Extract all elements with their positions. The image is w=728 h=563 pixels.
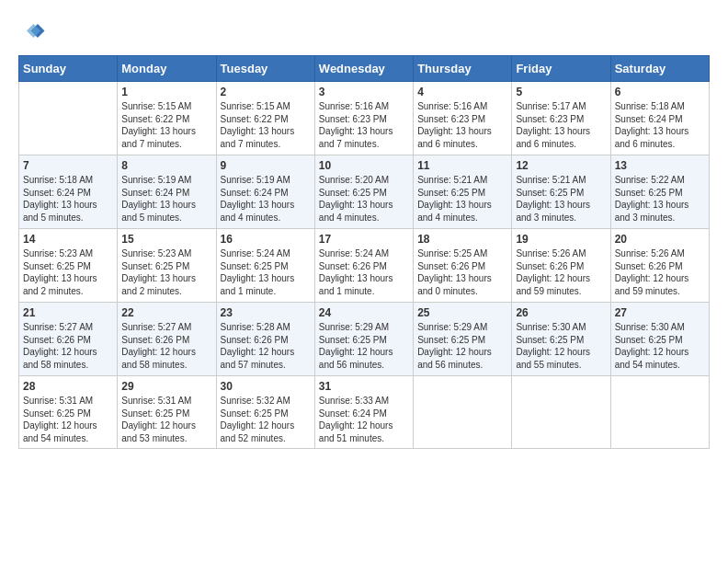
- cell-content: Sunrise: 5:22 AM Sunset: 6:25 PM Dayligh…: [615, 174, 705, 224]
- cell-content: Sunrise: 5:15 AM Sunset: 6:22 PM Dayligh…: [121, 100, 211, 150]
- day-number: 24: [319, 306, 409, 319]
- calendar-cell: 14Sunrise: 5:23 AM Sunset: 6:25 PM Dayli…: [19, 229, 118, 303]
- cell-content: Sunrise: 5:29 AM Sunset: 6:25 PM Dayligh…: [319, 321, 409, 371]
- calendar-cell: 8Sunrise: 5:19 AM Sunset: 6:24 PM Daylig…: [118, 155, 216, 229]
- day-number: 5: [516, 86, 606, 98]
- cell-content: Sunrise: 5:30 AM Sunset: 6:25 PM Dayligh…: [516, 321, 606, 371]
- day-header-saturday: Saturday: [610, 56, 709, 82]
- day-number: 3: [319, 86, 409, 98]
- calendar-cell: 28Sunrise: 5:31 AM Sunset: 6:25 PM Dayli…: [19, 376, 118, 449]
- cell-content: Sunrise: 5:15 AM Sunset: 6:22 PM Dayligh…: [221, 100, 311, 150]
- day-number: 28: [23, 380, 113, 393]
- calendar-cell: 5Sunrise: 5:17 AM Sunset: 6:23 PM Daylig…: [512, 82, 610, 155]
- cell-content: Sunrise: 5:18 AM Sunset: 6:24 PM Dayligh…: [23, 174, 113, 224]
- cell-content: Sunrise: 5:23 AM Sunset: 6:25 PM Dayligh…: [23, 247, 113, 297]
- day-number: 2: [221, 86, 311, 98]
- calendar-cell: 20Sunrise: 5:26 AM Sunset: 6:26 PM Dayli…: [610, 229, 709, 303]
- calendar-cell: 6Sunrise: 5:18 AM Sunset: 6:24 PM Daylig…: [610, 82, 709, 155]
- cell-content: Sunrise: 5:19 AM Sunset: 6:24 PM Dayligh…: [221, 174, 311, 224]
- day-number: 8: [121, 159, 211, 172]
- day-number: 27: [615, 306, 705, 319]
- cell-content: Sunrise: 5:33 AM Sunset: 6:24 PM Dayligh…: [319, 395, 409, 444]
- day-number: 4: [417, 86, 507, 98]
- calendar-cell: 17Sunrise: 5:24 AM Sunset: 6:26 PM Dayli…: [314, 229, 413, 303]
- day-number: 25: [417, 306, 507, 319]
- calendar-cell: 31Sunrise: 5:33 AM Sunset: 6:24 PM Dayli…: [314, 376, 413, 449]
- day-number: 16: [221, 233, 311, 246]
- day-number: 10: [319, 159, 409, 172]
- day-header-thursday: Thursday: [414, 56, 512, 82]
- calendar-cell: 15Sunrise: 5:23 AM Sunset: 6:25 PM Dayli…: [118, 229, 216, 303]
- calendar-cell: 16Sunrise: 5:24 AM Sunset: 6:25 PM Dayli…: [216, 229, 314, 303]
- day-number: 20: [615, 233, 705, 246]
- calendar-cell: 9Sunrise: 5:19 AM Sunset: 6:24 PM Daylig…: [216, 155, 314, 229]
- day-number: 31: [319, 380, 409, 393]
- day-number: 30: [221, 380, 311, 393]
- calendar-cell: 3Sunrise: 5:16 AM Sunset: 6:23 PM Daylig…: [314, 82, 413, 155]
- calendar-body: 1Sunrise: 5:15 AM Sunset: 6:22 PM Daylig…: [19, 82, 710, 449]
- calendar-cell: 25Sunrise: 5:29 AM Sunset: 6:25 PM Dayli…: [414, 303, 512, 376]
- calendar-cell: 7Sunrise: 5:18 AM Sunset: 6:24 PM Daylig…: [19, 155, 118, 229]
- day-number: 13: [615, 159, 705, 172]
- cell-content: Sunrise: 5:30 AM Sunset: 6:25 PM Dayligh…: [615, 321, 705, 371]
- calendar-cell: 19Sunrise: 5:26 AM Sunset: 6:26 PM Dayli…: [512, 229, 610, 303]
- cell-content: Sunrise: 5:17 AM Sunset: 6:23 PM Dayligh…: [516, 100, 606, 150]
- calendar-cell: 11Sunrise: 5:21 AM Sunset: 6:25 PM Dayli…: [414, 155, 512, 229]
- calendar-cell: 18Sunrise: 5:25 AM Sunset: 6:26 PM Dayli…: [414, 229, 512, 303]
- calendar-cell: [512, 376, 610, 449]
- day-number: 19: [516, 233, 606, 246]
- calendar-cell: 29Sunrise: 5:31 AM Sunset: 6:25 PM Dayli…: [118, 376, 216, 449]
- header: [18, 18, 710, 46]
- calendar-cell: 10Sunrise: 5:20 AM Sunset: 6:25 PM Dayli…: [314, 155, 413, 229]
- calendar-cell: 30Sunrise: 5:32 AM Sunset: 6:25 PM Dayli…: [216, 376, 314, 449]
- day-number: 12: [516, 159, 606, 172]
- calendar-header: SundayMondayTuesdayWednesdayThursdayFrid…: [19, 56, 710, 82]
- calendar-cell: 24Sunrise: 5:29 AM Sunset: 6:25 PM Dayli…: [314, 303, 413, 376]
- calendar-cell: 23Sunrise: 5:28 AM Sunset: 6:26 PM Dayli…: [216, 303, 314, 376]
- day-number: 17: [319, 233, 409, 246]
- calendar-cell: [610, 376, 709, 449]
- day-header-friday: Friday: [512, 56, 610, 82]
- day-number: 18: [417, 233, 507, 246]
- day-number: 11: [417, 159, 507, 172]
- calendar-cell: 1Sunrise: 5:15 AM Sunset: 6:22 PM Daylig…: [118, 82, 216, 155]
- cell-content: Sunrise: 5:29 AM Sunset: 6:25 PM Dayligh…: [417, 321, 507, 371]
- calendar-cell: 13Sunrise: 5:22 AM Sunset: 6:25 PM Dayli…: [610, 155, 709, 229]
- cell-content: Sunrise: 5:24 AM Sunset: 6:26 PM Dayligh…: [319, 247, 409, 297]
- cell-content: Sunrise: 5:16 AM Sunset: 6:23 PM Dayligh…: [319, 100, 409, 150]
- day-header-monday: Monday: [118, 56, 216, 82]
- cell-content: Sunrise: 5:21 AM Sunset: 6:25 PM Dayligh…: [516, 174, 606, 224]
- day-number: 6: [615, 86, 705, 98]
- cell-content: Sunrise: 5:26 AM Sunset: 6:26 PM Dayligh…: [516, 247, 606, 297]
- day-number: 1: [121, 86, 211, 98]
- calendar-cell: 4Sunrise: 5:16 AM Sunset: 6:23 PM Daylig…: [414, 82, 512, 155]
- day-header-sunday: Sunday: [19, 56, 118, 82]
- cell-content: Sunrise: 5:28 AM Sunset: 6:26 PM Dayligh…: [221, 321, 311, 371]
- logo: [18, 18, 50, 46]
- day-number: 9: [221, 159, 311, 172]
- calendar-cell: 2Sunrise: 5:15 AM Sunset: 6:22 PM Daylig…: [216, 82, 314, 155]
- day-number: 15: [121, 233, 211, 246]
- cell-content: Sunrise: 5:31 AM Sunset: 6:25 PM Dayligh…: [23, 395, 113, 444]
- calendar-cell: 12Sunrise: 5:21 AM Sunset: 6:25 PM Dayli…: [512, 155, 610, 229]
- cell-content: Sunrise: 5:19 AM Sunset: 6:24 PM Dayligh…: [121, 174, 211, 224]
- cell-content: Sunrise: 5:26 AM Sunset: 6:26 PM Dayligh…: [615, 247, 705, 297]
- day-number: 26: [516, 306, 606, 319]
- cell-content: Sunrise: 5:18 AM Sunset: 6:24 PM Dayligh…: [615, 100, 705, 150]
- calendar-cell: 22Sunrise: 5:27 AM Sunset: 6:26 PM Dayli…: [118, 303, 216, 376]
- day-number: 23: [221, 306, 311, 319]
- day-number: 21: [23, 306, 113, 319]
- day-number: 29: [121, 380, 211, 393]
- day-header-wednesday: Wednesday: [314, 56, 413, 82]
- calendar-cell: 27Sunrise: 5:30 AM Sunset: 6:25 PM Dayli…: [610, 303, 709, 376]
- cell-content: Sunrise: 5:27 AM Sunset: 6:26 PM Dayligh…: [121, 321, 211, 371]
- day-number: 22: [121, 306, 211, 319]
- calendar-cell: 21Sunrise: 5:27 AM Sunset: 6:26 PM Dayli…: [19, 303, 118, 376]
- cell-content: Sunrise: 5:31 AM Sunset: 6:25 PM Dayligh…: [121, 395, 211, 444]
- day-header-tuesday: Tuesday: [216, 56, 314, 82]
- calendar-cell: [19, 82, 118, 155]
- cell-content: Sunrise: 5:20 AM Sunset: 6:25 PM Dayligh…: [319, 174, 409, 224]
- calendar-table: SundayMondayTuesdayWednesdayThursdayFrid…: [18, 55, 710, 449]
- day-number: 14: [23, 233, 113, 246]
- cell-content: Sunrise: 5:21 AM Sunset: 6:25 PM Dayligh…: [417, 174, 507, 224]
